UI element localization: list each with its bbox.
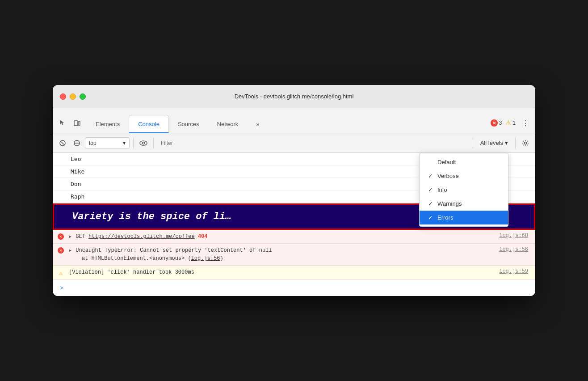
toolbar-divider-3: [473, 138, 473, 148]
device-toggle-icon[interactable]: [71, 117, 83, 129]
log-level-dropdown: Default ✓ Verbose ✓ Info ✓ Warnings ✓ Er…: [419, 153, 508, 227]
tab-network[interactable]: Network: [208, 115, 248, 133]
more-options-icon[interactable]: ⋮: [519, 117, 532, 129]
svg-point-7: [143, 142, 145, 144]
dropdown-item-warnings[interactable]: ✓ Warnings: [420, 197, 508, 211]
network-url-link[interactable]: https://devtools.glitch.me/coffee: [88, 233, 195, 240]
svg-rect-0: [74, 121, 78, 126]
svg-point-8: [525, 142, 527, 144]
dropdown-item-info[interactable]: ✓ Info: [420, 183, 508, 197]
console-error-row-2: ✕ ▶ Uncaught TypeError: Cannot set prope…: [53, 244, 535, 266]
devtools-window: DevTools - devtools.glitch.me/console/lo…: [53, 85, 535, 296]
error-link[interactable]: log.js:56: [191, 255, 220, 262]
tab-elements[interactable]: Elements: [87, 115, 129, 133]
check-verbose: ✓: [427, 173, 434, 179]
dropdown-item-default[interactable]: Default: [420, 155, 508, 169]
console-prompt: >: [60, 285, 63, 292]
toolbar-divider: [133, 138, 134, 148]
source-link-3[interactable]: log.js:59: [499, 268, 535, 275]
settings-icon[interactable]: [519, 137, 532, 149]
minimize-button[interactable]: [70, 93, 76, 100]
tab-bar-right: ✕ 3 ⚠ 1 ⋮: [491, 117, 532, 133]
tab-more[interactable]: »: [247, 115, 268, 133]
context-selector[interactable]: top ▾: [85, 137, 130, 149]
svg-rect-1: [78, 122, 80, 125]
error-circle-icon: ✕: [491, 119, 498, 127]
chevron-down-icon-levels: ▾: [505, 140, 508, 146]
warning-triangle-icon: ⚠: [505, 119, 511, 127]
expand-arrow[interactable]: ▶: [69, 234, 71, 239]
toolbar-divider-4: [515, 138, 516, 148]
tab-bar: Elements Console Sources Network » ✕ 3 ⚠…: [53, 108, 535, 133]
inspect-icon[interactable]: [56, 117, 69, 129]
error-icon-1: ✕: [53, 233, 69, 240]
error-icon-2: ✕: [53, 246, 69, 254]
console-input-row: >: [53, 280, 535, 296]
dropdown-item-verbose[interactable]: ✓ Verbose: [420, 169, 508, 183]
tab-sources[interactable]: Sources: [169, 115, 208, 133]
warning-icon: ⚠: [53, 268, 69, 277]
check-errors: ✓: [427, 214, 434, 221]
dropdown-item-errors[interactable]: ✓ Errors: [420, 211, 508, 224]
source-link-1[interactable]: log.js:68: [499, 233, 535, 239]
console-error-row-1: ✕ ▶ GET https://devtools.glitch.me/coffe…: [53, 230, 535, 244]
tab-bar-icons: [56, 117, 83, 133]
tab-console[interactable]: Console: [129, 115, 169, 133]
chevron-down-icon: ▾: [123, 140, 126, 146]
window-title: DevTools - devtools.glitch.me/console/lo…: [235, 93, 354, 100]
svg-line-3: [61, 142, 64, 144]
traffic-lights: [60, 93, 86, 100]
source-link-2[interactable]: log.js:56: [499, 246, 535, 253]
log-level-selector[interactable]: All levels ▾: [477, 138, 512, 148]
block-icon[interactable]: [71, 137, 83, 149]
close-button[interactable]: [60, 93, 66, 100]
warning-badge[interactable]: ⚠ 1: [505, 119, 516, 127]
error-badge[interactable]: ✕ 3: [491, 119, 502, 127]
check-warnings: ✓: [427, 200, 434, 207]
filter-input[interactable]: [157, 137, 469, 149]
svg-point-6: [140, 141, 147, 145]
eye-icon[interactable]: [137, 137, 150, 149]
clear-console-button[interactable]: [56, 137, 69, 149]
expand-arrow-2[interactable]: ▶: [69, 248, 71, 253]
maximize-button[interactable]: [80, 93, 86, 100]
toolbar-divider-2: [153, 138, 154, 148]
check-info: ✓: [427, 186, 434, 193]
title-bar: DevTools - devtools.glitch.me/console/lo…: [53, 85, 535, 108]
console-toolbar: top ▾ All levels ▾: [53, 133, 535, 153]
console-warning-row: ⚠ [Violation] 'click' handler took 3000m…: [53, 266, 535, 280]
